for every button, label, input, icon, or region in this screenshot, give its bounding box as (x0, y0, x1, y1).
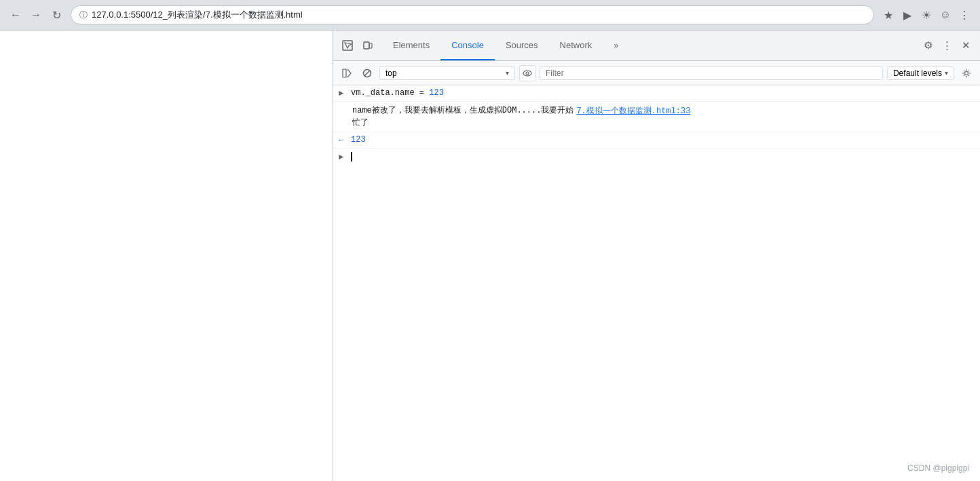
input-prompt-arrow[interactable]: ► (339, 153, 347, 162)
context-value: top (385, 69, 397, 78)
main-content: Elements Console Sources Network » ⚙ ⋮ ✕ (0, 31, 980, 481)
console-entry-result: ← 123 (333, 132, 980, 149)
log-line2: 忙了 (352, 117, 369, 129)
console-entry-expression: ► vm._data.name = 123 (333, 85, 980, 102)
console-output: ► vm._data.name = 123 name被改了，我要去解析模板，生成… (333, 85, 980, 481)
address-bar[interactable]: ⓘ 127.0.0.1:5500/12_列表渲染/7.模拟一个数据监测.html (71, 5, 874, 24)
console-settings-button[interactable] (958, 65, 975, 81)
log-file-link[interactable]: 7.模拟一个数据监测.html:33 (576, 105, 690, 117)
tab-console[interactable]: Console (440, 31, 495, 60)
url-text: 127.0.0.1:5500/12_列表渲染/7.模拟一个数据监测.html (92, 9, 303, 21)
menu-button[interactable]: ⋮ (957, 7, 972, 22)
levels-arrow: ▾ (945, 69, 948, 77)
context-dropdown-arrow: ▾ (506, 69, 509, 77)
chrome-actions: ★ ▶ ☀ ☺ ⋮ (881, 7, 972, 22)
log-text-main: name被改了，我要去解析模板，生成虚拟DOM.....我要开始 (352, 104, 573, 117)
devtools-tabs: Elements Console Sources Network » (382, 31, 919, 60)
expression-value: 123 (429, 88, 444, 98)
tab-network[interactable]: Network (549, 31, 603, 60)
svg-point-7 (526, 72, 529, 75)
result-collapse-arrow[interactable]: ← (339, 136, 347, 145)
devtools-actions: ⚙ ⋮ ✕ (919, 37, 975, 54)
devtools-close-button[interactable]: ✕ (957, 37, 975, 54)
watermark: CSDN @pigpigpi (907, 463, 969, 473)
nav-buttons: ← → ↻ (8, 7, 64, 22)
console-filter-input[interactable] (540, 66, 883, 80)
levels-label: Default levels (893, 69, 942, 78)
svg-rect-1 (364, 42, 369, 49)
profile-button[interactable]: ☺ (938, 7, 953, 22)
bookmark-star-button[interactable]: ★ (881, 7, 896, 22)
browser-chrome: ← → ↻ ⓘ 127.0.0.1:5500/12_列表渲染/7.模拟一个数据监… (0, 0, 980, 31)
devtools-settings-button[interactable]: ⚙ (919, 37, 937, 54)
cast-button[interactable]: ▶ (900, 7, 915, 22)
expression-content: vm._data.name = 123 (351, 88, 975, 98)
svg-rect-2 (369, 43, 372, 48)
tab-sources[interactable]: Sources (495, 31, 549, 60)
devtools-more-button[interactable]: ⋮ (938, 37, 956, 54)
console-block-button[interactable] (359, 65, 375, 81)
svg-point-8 (965, 71, 968, 75)
devtools-header: Elements Console Sources Network » ⚙ ⋮ ✕ (333, 31, 980, 61)
svg-line-5 (364, 71, 370, 76)
console-levels-selector[interactable]: Default levels ▾ (887, 66, 954, 80)
back-button[interactable]: ← (8, 7, 23, 22)
expression-expand-arrow[interactable]: ► (339, 89, 347, 98)
forward-button[interactable]: → (29, 7, 43, 22)
expression-var: vm._data.name (351, 88, 415, 98)
tab-elements[interactable]: Elements (382, 31, 440, 60)
log-text-extra: 忙了 (352, 118, 369, 128)
expression-equals: = (419, 88, 429, 98)
devtools-tool-icons (339, 37, 377, 54)
devtools-panel: Elements Console Sources Network » ⚙ ⋮ ✕ (333, 31, 980, 481)
log-line1: name被改了，我要去解析模板，生成虚拟DOM.....我要开始 7.模拟一个数… (352, 104, 690, 117)
console-context-selector[interactable]: top ▾ (379, 66, 515, 80)
console-input-row: ► (333, 149, 980, 165)
console-eye-button[interactable] (519, 65, 535, 81)
device-toolbar-button[interactable] (359, 37, 377, 54)
result-value: 123 (351, 135, 366, 145)
svg-rect-3 (343, 69, 346, 77)
cursor-blink (351, 152, 352, 161)
svg-point-6 (523, 71, 531, 76)
console-entry-log: name被改了，我要去解析模板，生成虚拟DOM.....我要开始 7.模拟一个数… (333, 102, 980, 132)
console-toolbar: top ▾ Default levels ▾ (333, 61, 980, 85)
extensions-button[interactable]: ☀ (919, 7, 934, 22)
refresh-button[interactable]: ↻ (49, 7, 64, 22)
lock-icon: ⓘ (79, 9, 88, 21)
inspect-element-button[interactable] (339, 37, 356, 54)
page-area (0, 31, 333, 481)
tab-more[interactable]: » (603, 31, 629, 60)
console-run-button[interactable] (339, 65, 355, 81)
